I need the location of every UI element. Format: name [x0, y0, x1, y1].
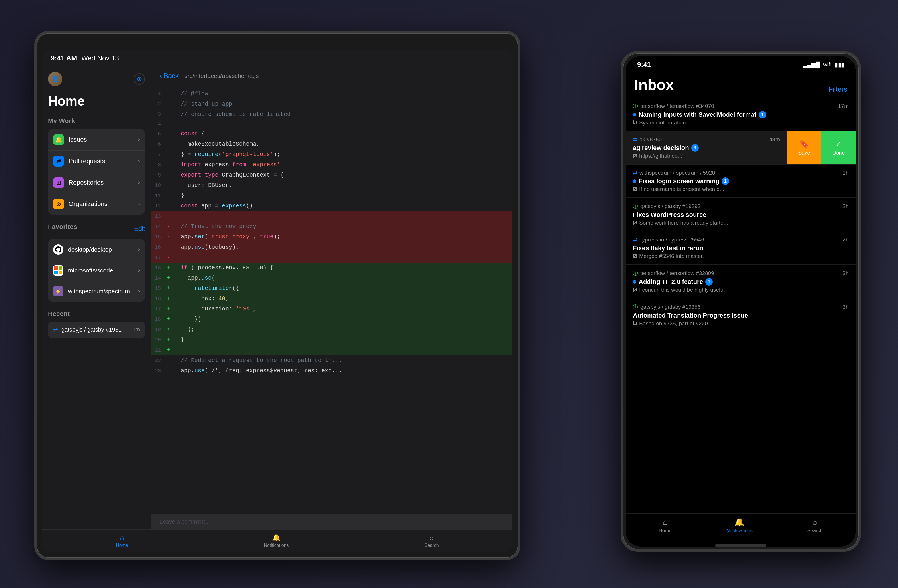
avatar[interactable]: 👤 [48, 72, 62, 86]
comment-placeholder: Leave a comment... [160, 519, 210, 525]
favorites-edit-button[interactable]: Edit [134, 225, 145, 232]
code-area[interactable]: 1 // @flow 2 // stand up app 3 [151, 86, 512, 514]
search-nav-label: Search [424, 543, 439, 548]
desc-avatar: 🖼 [633, 220, 637, 225]
pull-requests-chevron-icon: › [138, 158, 140, 164]
notification-item[interactable]: ⓘ gatsbyjs / gatsby #19356 3h Automated … [626, 299, 856, 332]
unread-dot [633, 179, 636, 183]
checkmark-icon: ✓ [835, 140, 842, 148]
notif-time: 48m [769, 137, 780, 143]
back-button[interactable]: ‹ Back [160, 72, 179, 80]
code-line-deleted: 15 - app.set('trust proxy', true); [151, 232, 512, 242]
home-icon: ⌂ [120, 534, 124, 542]
code-panel: ‹ Back src/interfaces/api/schema.js 1 //… [151, 66, 512, 530]
bookmark-icon: 🔖 [800, 140, 809, 148]
pull-requests-label: Pull requests [69, 157, 138, 165]
code-line: 22 // Redirect a request to the root pat… [151, 356, 512, 366]
notif-desc: 🖼 If no username is present when o... [633, 186, 849, 192]
tablet-status-bar: 9:41 AM Wed Nov 13 [42, 50, 512, 66]
sidebar-home-title: Home [48, 93, 145, 109]
signal-icon: ▂▄▆█ [803, 61, 820, 68]
phone-device: 9:41 ▂▄▆█ wifi ▮▮▮ Inbox Filters [621, 51, 861, 552]
notification-item[interactable]: ⓘ tensorflow / tensorflow #32809 3h Addi… [626, 265, 856, 299]
code-line: 11 } [151, 191, 512, 201]
tablet-nav-search[interactable]: ⌕ Search [424, 534, 439, 548]
repositories-icon: ⊞ [53, 177, 64, 188]
inbox-title: Inbox [634, 76, 674, 93]
notif-title: Fixes WordPress source [633, 211, 849, 219]
notif-badge: 1 [759, 111, 766, 119]
sidebar-item-repositories[interactable]: ⊞ Repositories › [48, 172, 145, 194]
sidebar-item-pull-requests[interactable]: ⇄ Pull requests › [48, 151, 145, 172]
github-icon [53, 244, 63, 255]
phone-status-icons: ▂▄▆█ wifi ▮▮▮ [803, 61, 844, 68]
sidebar-item-issues[interactable]: 🔔 Issues › [48, 129, 145, 151]
notification-item[interactable]: ⇄ withspectrum / spectrum #5920 1h Fixes… [626, 165, 856, 198]
notif-repo-row: ⓘ tensorflow / tensorflow #34070 17m [633, 103, 849, 109]
notif-desc: 🖼 Merged #5546 into master. [633, 253, 849, 259]
notification-item[interactable]: ⓘ gatsbyjs / gatsby #19292 2h Fixes Word… [626, 198, 856, 231]
recent-label: Recent [48, 310, 145, 318]
phone-home-label: Home [659, 528, 672, 534]
phone-time: 9:41 [637, 61, 651, 69]
notif-repo-row: ⇄ ok #8750 48m [633, 137, 780, 143]
spectrum-chevron-icon: › [138, 288, 140, 294]
phone-nav-search[interactable]: ⌕ Search [807, 517, 823, 534]
notif-repo-name: ⓘ tensorflow / tensorflow #32809 [633, 270, 714, 277]
notif-repo-name: ⓘ gatsbyjs / gatsby #19292 [633, 203, 700, 210]
sidebar-item-vscode[interactable]: microsoft/vscode › [48, 260, 145, 281]
desktop-label: desktop/desktop [68, 246, 138, 253]
recent-list-item[interactable]: ⇄ gatsbyjs / gatsby #1931 2h [48, 322, 145, 338]
recent-pr-icon: ⇄ [53, 326, 58, 333]
home-nav-label: Home [116, 543, 128, 548]
battery-icon: ▮▮▮ [835, 61, 844, 68]
home-indicator [715, 544, 766, 546]
notif-desc: 🖼 https://github.co... [633, 153, 780, 159]
phone-nav-notifications[interactable]: 🔔 Notifications [726, 517, 753, 534]
search-nav-icon: ⌕ [429, 534, 434, 542]
code-line: 6 makeExecutableSchema, [151, 139, 512, 149]
notif-repo-name: ⇄ ok #8750 [633, 137, 662, 143]
sidebar: 👤 ⊕ Home My Work 🔔 Issues › ⇄ Pu [42, 66, 151, 530]
notif-repo-name: ⓘ tensorflow / tensorflow #34070 [633, 103, 714, 109]
pr-icon: ⇄ [633, 237, 637, 243]
phone-notifications-label: Notifications [726, 528, 753, 534]
tablet-bottom-nav: ⌂ Home 🔔 Notifications ⌕ Search [42, 530, 512, 552]
phone-nav-home[interactable]: ⌂ Home [659, 517, 672, 534]
code-line-added: 20 + } [151, 335, 512, 345]
sidebar-item-spectrum[interactable]: ⚡ withspectrum/spectrum › [48, 281, 145, 302]
filters-button[interactable]: Filters [829, 85, 847, 93]
my-work-label: My Work [48, 117, 145, 125]
recent-item-label: gatsbyjs / gatsby #1931 [62, 326, 134, 333]
spectrum-icon: ⚡ [53, 286, 63, 296]
organizations-icon: ⊛ [53, 199, 64, 209]
notification-item[interactable]: ⇄ cypress-io / cypress #5546 2h Fixes fl… [626, 231, 856, 265]
notif-title: Adding TF 2.0 feature 1 [633, 278, 849, 286]
back-label: Back [164, 72, 179, 80]
sidebar-item-desktop[interactable]: desktop/desktop › [48, 239, 145, 260]
repositories-chevron-icon: › [138, 179, 140, 185]
desc-avatar: 🖼 [633, 287, 637, 292]
favorites-label: Favorites [48, 223, 77, 231]
tablet-nav-home[interactable]: ⌂ Home [116, 534, 128, 548]
notif-badge: 3 [691, 144, 699, 152]
done-label: Done [832, 150, 844, 156]
desc-avatar: 🖼 [633, 321, 637, 326]
sidebar-item-organizations[interactable]: ⊛ Organizations › [48, 194, 145, 215]
swipe-done-button[interactable]: ✓ Done [821, 131, 856, 164]
notif-desc: 🖼 System information: [633, 120, 849, 126]
vscode-chevron-icon: › [138, 267, 140, 273]
notif-desc: 🖼 I concur, this would be highly useful [633, 287, 849, 293]
code-line: 23 app.use('/', (req: express$Request, r… [151, 366, 512, 376]
notification-item[interactable]: ⓘ tensorflow / tensorflow #34070 17m Nam… [626, 98, 856, 131]
notif-repo-row: ⇄ cypress-io / cypress #5546 2h [633, 237, 849, 243]
issue-icon: ⓘ [633, 270, 638, 277]
swipe-save-button[interactable]: 🔖 Save [787, 131, 821, 164]
notif-time: 17m [838, 103, 849, 109]
comment-bar[interactable]: Leave a comment... [151, 514, 512, 530]
swipe-actions: 🔖 Save ✓ Done [787, 131, 856, 164]
add-button[interactable]: ⊕ [134, 73, 145, 85]
tablet-nav-notifications[interactable]: 🔔 Notifications [264, 534, 289, 548]
notif-desc: 🖼 Based on #735, part of #220. [633, 320, 849, 327]
notification-item-swiped[interactable]: ⇄ ok #8750 48m ag review decision 3 🖼 [626, 131, 856, 165]
